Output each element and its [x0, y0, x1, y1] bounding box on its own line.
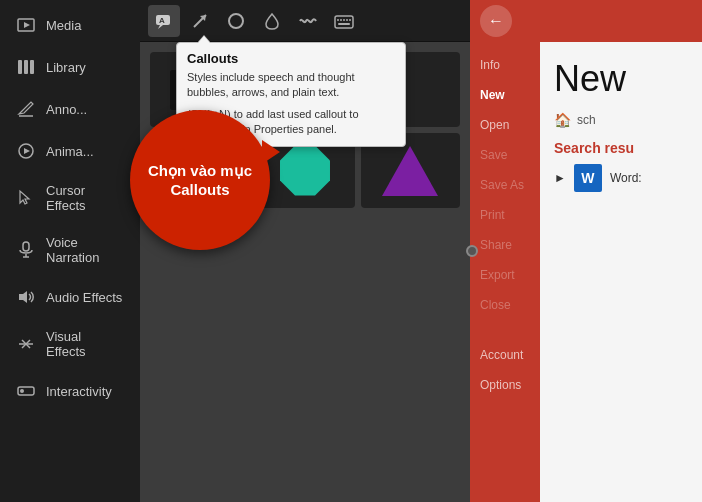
- callouts-button[interactable]: A: [148, 5, 180, 37]
- sidebar-item-interactivity[interactable]: Interactivity: [4, 371, 136, 411]
- svg-marker-7: [24, 148, 30, 154]
- svg-point-14: [20, 389, 24, 393]
- sidebar-item-audio-effects[interactable]: Audio Effects: [4, 277, 136, 317]
- sidebar-item-label: Audio Effects: [46, 290, 122, 305]
- tooltip-description: Styles include speech and thought bubble…: [187, 70, 395, 101]
- svg-rect-3: [24, 60, 28, 74]
- circle-tool-button[interactable]: [220, 5, 252, 37]
- word-result-row: ► W Word:: [554, 164, 688, 192]
- sidebar-item-label: Media: [46, 18, 81, 33]
- svg-rect-4: [30, 60, 34, 74]
- animations-icon: [16, 141, 36, 161]
- right-nav: Info New Open Save Save As Print Share E…: [470, 42, 540, 502]
- sidebar-item-cursor-effects[interactable]: Cursor Effects: [4, 173, 136, 223]
- annotation-text: Chọn vào mục Callouts: [130, 161, 270, 200]
- nav-item-account[interactable]: Account: [470, 340, 540, 370]
- media-icon: [16, 15, 36, 35]
- nav-item-close[interactable]: Close: [470, 290, 540, 320]
- nav-item-new[interactable]: New: [470, 80, 540, 110]
- nav-item-share[interactable]: Share: [470, 230, 540, 260]
- sidebar-item-voice-narration[interactable]: Voice Narration: [4, 225, 136, 275]
- nav-item-open[interactable]: Open: [470, 110, 540, 140]
- right-content: New 🏠 sch Search resu ► W Word:: [540, 42, 702, 502]
- right-panel-header: ←: [470, 0, 702, 42]
- keyboard-tool-button[interactable]: [328, 5, 360, 37]
- sidebar-item-label: Anima...: [46, 144, 94, 159]
- main-editing-area: A: [140, 0, 470, 502]
- home-text: sch: [577, 113, 596, 127]
- search-results-label: Search resu: [554, 140, 688, 156]
- svg-marker-1: [24, 22, 30, 28]
- word-label: Word:: [610, 171, 642, 185]
- purple-triangle-shape: [382, 146, 438, 196]
- annotations-icon: [16, 99, 36, 119]
- sidebar-item-label: Cursor Effects: [46, 183, 124, 213]
- annotation-callout: Chọn vào mục Callouts: [130, 110, 270, 250]
- tooltip-title: Callouts: [187, 51, 395, 66]
- sidebar-item-animations[interactable]: Anima...: [4, 131, 136, 171]
- cursor-icon: [16, 188, 36, 208]
- nav-item-save-as[interactable]: Save As: [470, 170, 540, 200]
- visual-effects-icon: [16, 334, 36, 354]
- nav-item-info[interactable]: Info: [470, 50, 540, 80]
- sidebar-item-label: Library: [46, 60, 86, 75]
- svg-rect-2: [18, 60, 22, 74]
- right-panel-title: New: [554, 58, 688, 100]
- arrow-tool-button[interactable]: [184, 5, 216, 37]
- squiggle-tool-button[interactable]: [292, 5, 324, 37]
- back-button[interactable]: ←: [480, 5, 512, 37]
- resize-handle[interactable]: [466, 245, 478, 257]
- sidebar-item-library[interactable]: Library: [4, 47, 136, 87]
- chevron-right-icon: ►: [554, 171, 566, 185]
- sidebar-item-label: Visual Effects: [46, 329, 124, 359]
- nav-item-save[interactable]: Save: [470, 140, 540, 170]
- svg-marker-11: [19, 291, 27, 303]
- right-panel-body: Info New Open Save Save As Print Share E…: [470, 42, 702, 502]
- svg-marker-16: [158, 25, 163, 29]
- sidebar-item-label: Anno...: [46, 102, 87, 117]
- nav-item-print[interactable]: Print: [470, 200, 540, 230]
- right-panel: ← Info New Open Save Save As Print Share: [470, 0, 702, 502]
- shape-toolbar: A: [140, 0, 470, 42]
- audio-icon: [16, 287, 36, 307]
- interactivity-icon: [16, 381, 36, 401]
- svg-rect-21: [335, 16, 353, 28]
- svg-point-20: [229, 14, 243, 28]
- drop-tool-button[interactable]: [256, 5, 288, 37]
- word-icon: W: [574, 164, 602, 192]
- library-icon: [16, 57, 36, 77]
- sidebar: Media Library Anno... Anima...: [0, 0, 140, 502]
- microphone-icon: [16, 240, 36, 260]
- home-row: 🏠 sch: [554, 112, 688, 128]
- teal-octagon-shape: [280, 146, 330, 196]
- nav-item-options[interactable]: Options: [470, 370, 540, 400]
- svg-rect-8: [23, 242, 29, 251]
- home-icon: 🏠: [554, 112, 571, 128]
- nav-item-export[interactable]: Export: [470, 260, 540, 290]
- sidebar-item-annotations[interactable]: Anno...: [4, 89, 136, 129]
- sidebar-item-media[interactable]: Media: [4, 5, 136, 45]
- sidebar-item-label: Interactivity: [46, 384, 112, 399]
- svg-text:A: A: [159, 16, 165, 25]
- sidebar-item-label: Voice Narration: [46, 235, 124, 265]
- sidebar-item-visual-effects[interactable]: Visual Effects: [4, 319, 136, 369]
